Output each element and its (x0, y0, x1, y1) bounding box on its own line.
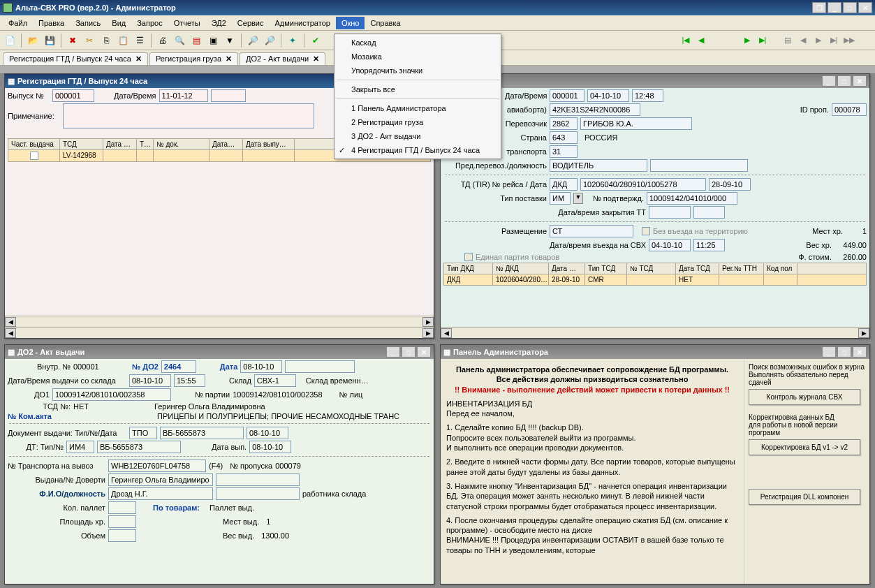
fld-dvvs-d[interactable]: 04-10-10 (649, 239, 691, 251)
fld-time[interactable] (211, 89, 246, 102)
filter-icon[interactable]: ▼ (223, 34, 237, 47)
dropdown-icon[interactable]: ▼ (573, 193, 583, 204)
child-title[interactable]: ▦ДО2 - Акт выдачи _ □ ✕ (5, 345, 434, 359)
btn-kontrol[interactable]: Контроль журнала СВХ (749, 389, 860, 405)
tab-close-icon[interactable]: ✕ (226, 54, 232, 64)
child-close[interactable]: ✕ (853, 75, 867, 87)
fld-perev-name[interactable]: ГРИБОВ Ю.А. (580, 117, 692, 130)
menu-ed2[interactable]: ЭД2 (206, 17, 232, 29)
tab-close-icon[interactable]: ✕ (313, 54, 319, 64)
td-check[interactable] (8, 150, 60, 161)
th[interactable]: Рег.№ ТТН (719, 263, 764, 274)
fld-note[interactable] (63, 103, 314, 128)
th[interactable]: Част. выдача (8, 139, 60, 149)
preview-icon[interactable]: 🔍 (172, 34, 186, 47)
vcr-prev[interactable]: ◀ (695, 34, 707, 47)
th[interactable]: Дата… (209, 139, 243, 149)
grid-hscroll[interactable]: ◀▶ (5, 316, 434, 327)
th[interactable]: Код пол (764, 263, 797, 274)
fld-idprop[interactable]: 000078 (832, 103, 867, 116)
fld-sklad[interactable]: СВХ-1 (254, 374, 296, 387)
child-min[interactable]: _ (822, 346, 836, 358)
fld-transp[interactable]: 31 (550, 145, 578, 158)
fld-docv-no[interactable]: ВБ-5655873 (160, 427, 244, 439)
vcr-last[interactable]: ▶| (756, 34, 769, 47)
copy-icon[interactable]: ⎘ (99, 34, 113, 47)
th[interactable]: Тип ДКД (444, 263, 493, 274)
fld-dvss-d[interactable]: 08-10-10 (129, 374, 171, 387)
menu-win2[interactable]: 2 Регистрация груза (334, 115, 501, 129)
th[interactable]: Тип ТСД (585, 263, 627, 274)
fld-dt-tip[interactable]: ИМ4 (66, 441, 94, 453)
fld-td-no[interactable]: 10206040/280910/1005278 (580, 178, 706, 191)
child-min[interactable]: _ (386, 346, 400, 358)
vcr-next[interactable]: ▶ (741, 34, 753, 47)
fld-td-type[interactable]: ДКД (550, 178, 578, 191)
fld-avia[interactable]: 42KE31S24R2N00086 (550, 103, 640, 116)
fld-dvss-t[interactable]: 15:55 (174, 374, 205, 387)
menu-view[interactable]: Вид (106, 17, 131, 29)
btn-regdll[interactable]: Регистрация DLL компонен (749, 489, 860, 505)
fld-do1[interactable]: 10009142/081010/002358 (52, 388, 171, 401)
fld-dt-no[interactable]: ВБ-5655873 (97, 441, 181, 453)
fld-dt-date[interactable]: 08-10-10 (249, 441, 291, 453)
script-icon[interactable]: ☰ (133, 34, 147, 47)
vcr-b1[interactable]: ▤ (781, 34, 794, 47)
tab-gtd[interactable]: Регистрация ГТД / Выпуск 24 часа ✕ (3, 52, 148, 65)
fld-obyem[interactable] (108, 529, 136, 542)
child-title[interactable]: ▦Панель Администратора _ □ ✕ (441, 345, 869, 359)
fld-pred2[interactable] (650, 159, 748, 172)
menu-win3[interactable]: 3 ДО2 - Акт выдачи (334, 129, 501, 143)
chk-ept[interactable] (464, 253, 473, 261)
chk-bvz[interactable] (642, 227, 650, 235)
th[interactable]: Т… (137, 139, 154, 149)
min-button[interactable]: _ (828, 2, 841, 13)
open-icon[interactable]: 📂 (26, 34, 40, 47)
fld-vydana2[interactable] (216, 473, 300, 486)
cut-icon[interactable]: ✂ (82, 34, 96, 47)
child-min[interactable]: _ (822, 75, 836, 87)
menu-arrange[interactable]: Упорядочить значки (334, 64, 501, 78)
menu-closeall[interactable]: Закрыть все (334, 82, 501, 96)
fld-kolpallet[interactable] (108, 501, 136, 514)
fld-time[interactable]: 12:48 (632, 89, 663, 102)
grid-row[interactable]: ДКД 10206040/280… 28-09-10 CMR НЕТ (443, 274, 867, 286)
fld-date[interactable]: 11-01-12 (159, 89, 208, 102)
child-max[interactable]: □ (837, 346, 851, 358)
vcr-first[interactable]: |◀ (679, 34, 692, 47)
fld-ntransp[interactable]: WHB12E0760FL04758 (108, 460, 206, 472)
th[interactable]: Дата выпу… (243, 139, 295, 149)
menu-window[interactable]: Окно (336, 17, 365, 29)
fld-dtz-t[interactable] (693, 206, 725, 219)
fld-dtz-d[interactable] (649, 206, 691, 219)
btn-korrekt[interactable]: Корректировка БД v1 -> v2 (749, 439, 860, 455)
close-button[interactable]: ✕ (858, 2, 872, 13)
th[interactable]: № ДКД (493, 263, 549, 274)
tab-close-icon[interactable]: ✕ (135, 54, 142, 64)
menu-service[interactable]: Сервис (232, 17, 270, 29)
child-close[interactable]: ✕ (417, 346, 431, 358)
fld-td-date[interactable]: 28-09-10 (709, 178, 751, 191)
fld-docv-date[interactable]: 08-10-10 (247, 427, 288, 439)
fld-pred[interactable]: ВОДИТЕЛЬ (550, 159, 647, 172)
fld-extra[interactable] (285, 360, 355, 373)
print-icon[interactable]: 🖨 (156, 34, 170, 47)
fld-docv-tip[interactable]: ТПО (129, 427, 157, 439)
menu-win4[interactable]: ✓ 4 Регистрация ГТД / Выпуск 24 часа (334, 143, 501, 157)
tab-do2[interactable]: ДО2 - Акт выдачи ✕ (240, 52, 325, 65)
th[interactable]: № ТСД (627, 263, 676, 274)
paste-icon[interactable]: 📋 (116, 34, 130, 47)
vcr-b5[interactable]: ▶▶ (843, 34, 855, 47)
delete-icon[interactable]: ✖ (66, 34, 80, 47)
pdf-icon[interactable]: ▤ (189, 34, 203, 47)
tab-gruz[interactable]: Регистрация груза ✕ (149, 52, 238, 65)
options-icon[interactable]: ▣ (206, 34, 220, 47)
fld-razm[interactable]: СТ (550, 225, 633, 237)
th[interactable]: Дата … (549, 263, 585, 274)
help-icon[interactable]: ✔ (309, 34, 323, 47)
vcr-b3[interactable]: ▶ (812, 34, 825, 47)
child-max[interactable]: □ (837, 75, 851, 87)
restore-button[interactable]: ❐ (812, 2, 826, 13)
vcr-b2[interactable]: ◀ (797, 34, 809, 47)
fld-placexr[interactable] (108, 515, 136, 528)
